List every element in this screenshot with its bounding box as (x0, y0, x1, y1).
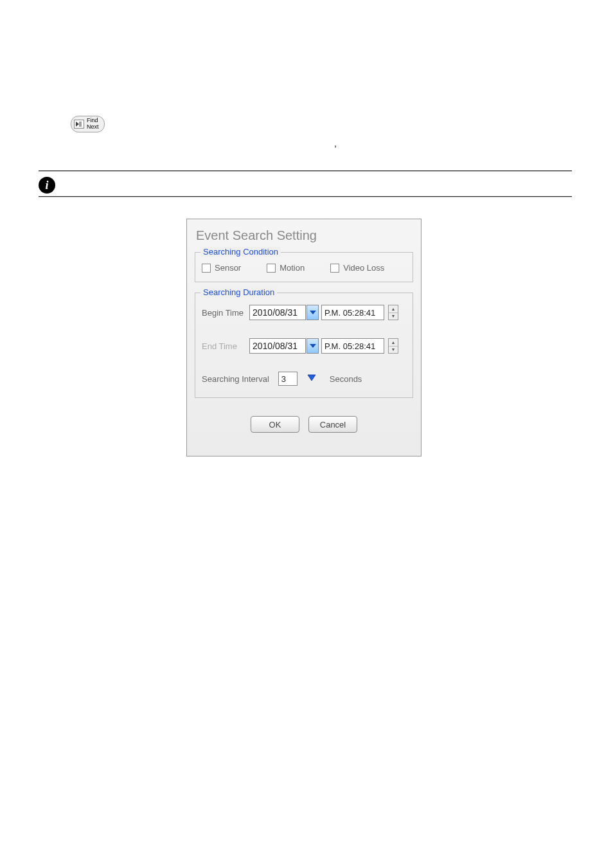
ok-button[interactable]: OK (251, 416, 299, 433)
interval-label: Searching Interval (202, 374, 269, 384)
condition-legend: Searching Condition (200, 247, 281, 257)
interval-unit: Seconds (330, 374, 362, 384)
begin-time-input[interactable]: P.M. 05:28:41 (321, 305, 384, 320)
dialog-title: Event Search Setting (195, 228, 413, 243)
end-time-label: End Time (202, 341, 249, 351)
motion-checkbox[interactable]: Motion (267, 263, 305, 273)
interval-dropdown[interactable] (305, 372, 318, 386)
find-next-label: FindNext (87, 118, 99, 131)
end-time-row: End Time 2010/08/31 P.M. 05:28:41 ▲ ▼ (202, 338, 406, 354)
condition-fieldset: Searching Condition Sensor Motion Video … (195, 252, 413, 282)
end-time-spinner[interactable]: ▲ ▼ (388, 338, 398, 354)
begin-date-dropdown[interactable] (306, 305, 319, 320)
comma-text: , (334, 138, 337, 149)
spinner-down-icon[interactable]: ▼ (389, 347, 398, 354)
begin-time-label: Begin Time (202, 308, 249, 318)
checkbox-box-icon (267, 264, 276, 273)
dialog-buttons: OK Cancel (195, 416, 413, 433)
checkbox-box-icon (330, 264, 339, 273)
find-next-button[interactable]: FindNext (71, 116, 105, 132)
svg-marker-5 (308, 375, 315, 381)
info-icon: i (39, 177, 55, 194)
dropdown-arrow-icon (307, 374, 316, 383)
motion-label: Motion (280, 263, 305, 273)
interval-row: Searching Interval 3 Seconds (202, 372, 406, 386)
begin-time-spinner[interactable]: ▲ ▼ (388, 305, 398, 320)
checkbox-box-icon (202, 264, 211, 273)
interval-input[interactable]: 3 (278, 372, 298, 386)
duration-legend: Searching Duration (200, 287, 277, 297)
sensor-checkbox[interactable]: Sensor (202, 263, 241, 273)
sensor-label: Sensor (215, 263, 241, 273)
event-search-dialog: Event Search Setting Searching Condition… (186, 219, 422, 457)
svg-marker-0 (76, 122, 79, 127)
chevron-down-icon (310, 344, 316, 348)
end-date-dropdown[interactable] (306, 338, 319, 354)
divider-bottom (39, 196, 572, 197)
spinner-up-icon[interactable]: ▲ (389, 339, 398, 347)
svg-marker-4 (310, 344, 316, 348)
cancel-button[interactable]: Cancel (308, 416, 357, 433)
end-time-input[interactable]: P.M. 05:28:41 (321, 338, 384, 354)
play-forward-icon (74, 120, 84, 129)
begin-time-row: Begin Time 2010/08/31 P.M. 05:28:41 ▲ ▼ (202, 305, 406, 320)
svg-marker-3 (310, 311, 316, 314)
video-loss-label: Video Loss (343, 263, 384, 273)
condition-row: Sensor Motion Video Loss (202, 262, 406, 273)
end-date-input[interactable]: 2010/08/31 (249, 338, 306, 354)
video-loss-checkbox[interactable]: Video Loss (330, 263, 384, 273)
spinner-up-icon[interactable]: ▲ (389, 305, 398, 313)
begin-date-input[interactable]: 2010/08/31 (249, 305, 306, 320)
chevron-down-icon (310, 311, 316, 314)
divider-top (39, 170, 572, 172)
spinner-down-icon[interactable]: ▼ (389, 313, 398, 320)
duration-fieldset: Searching Duration Begin Time 2010/08/31… (195, 293, 413, 398)
